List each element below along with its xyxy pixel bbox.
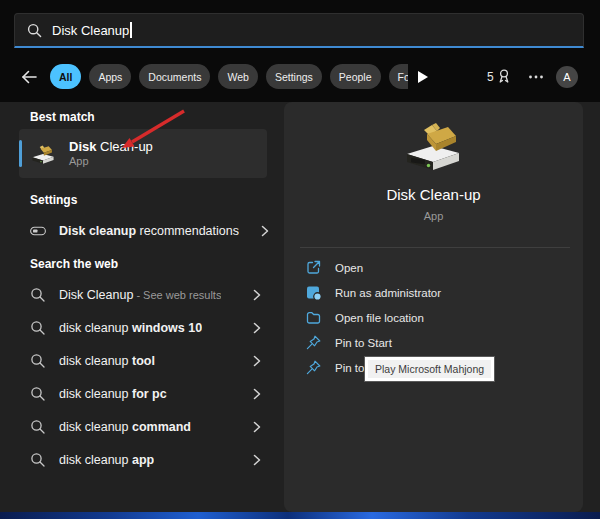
web-suggestion-label: disk cleanup tool <box>59 354 155 368</box>
web-suggestion-label: disk cleanup command <box>59 420 191 434</box>
settings-header: Settings <box>30 193 77 207</box>
best-match-title: Disk Clean-up <box>69 139 153 155</box>
search-the-web-header: Search the web <box>30 257 118 271</box>
action-pin-to-start[interactable]: Pin to Start <box>300 330 570 355</box>
search-suggestion-icon <box>30 320 46 336</box>
selection-accent-bar <box>19 140 22 167</box>
pin-icon <box>306 360 321 375</box>
action-run-as-administrator[interactable]: Run as administrator <box>300 280 570 305</box>
web-suggestion-row[interactable]: disk cleanup tool <box>19 346 269 376</box>
desktop-wallpaper-strip <box>0 512 600 519</box>
rewards-badge[interactable]: 5 <box>487 69 511 84</box>
divider <box>300 247 570 248</box>
chevron-right-icon <box>253 388 261 400</box>
search-icon <box>27 23 42 38</box>
web-suggestion-label: disk cleanup app <box>59 453 154 467</box>
filter-chip-all[interactable]: All <box>50 64 81 89</box>
back-button[interactable] <box>20 68 38 86</box>
web-suggestion-row[interactable]: disk cleanup command <box>19 412 269 442</box>
results-area: Best match Disk Clean-up App Settings <box>0 102 600 512</box>
tooltip-play-microsoft-mahjong: Play Microsoft Mahjong <box>364 356 495 382</box>
filter-chip-people[interactable]: People <box>330 64 381 89</box>
app-title: Disk Clean-up <box>284 186 583 203</box>
more-options-icon[interactable] <box>528 74 544 80</box>
open-icon <box>306 260 321 275</box>
result-detail-card: Disk Clean-up App Open <box>284 102 583 512</box>
rewards-count: 5 <box>487 70 494 84</box>
chevron-right-icon <box>253 355 261 367</box>
action-label: Open file location <box>335 312 424 324</box>
settings-result-label: Disk cleanup recommendations <box>59 224 239 238</box>
rewards-icon <box>497 69 511 84</box>
text-caret <box>130 22 132 38</box>
chevron-right-icon <box>253 421 261 433</box>
best-match-result[interactable]: Disk Clean-up App <box>19 129 267 178</box>
action-label: Run as administrator <box>335 287 441 299</box>
action-open[interactable]: Open <box>300 255 570 280</box>
web-suggestion-label: Disk Cleanup - See web results <box>59 288 221 302</box>
user-avatar[interactable]: A <box>556 66 578 88</box>
action-label: Pin to Start <box>335 337 392 349</box>
search-suggestion-icon <box>30 353 46 369</box>
web-suggestion-row[interactable]: disk cleanup for pc <box>19 379 269 409</box>
action-open-file-location[interactable]: Open file location <box>300 305 570 330</box>
pin-icon <box>306 335 321 350</box>
folder-icon <box>306 310 321 325</box>
search-header: Disk Cleanup All Apps Documents Web Sett… <box>0 0 600 102</box>
search-input[interactable]: Disk Cleanup <box>14 13 584 48</box>
filter-chips-container: All Apps Documents Web Settings People F… <box>50 64 408 91</box>
best-match-subtitle: App <box>69 155 153 168</box>
web-suggestion-row[interactable]: disk cleanup app <box>19 445 269 475</box>
storage-settings-icon <box>30 223 46 239</box>
search-suggestion-icon <box>30 452 46 468</box>
search-suggestion-icon <box>30 287 46 303</box>
search-suggestion-icon <box>30 419 46 435</box>
disk-cleanup-app-icon <box>30 143 56 165</box>
filter-chip-settings[interactable]: Settings <box>266 64 322 89</box>
chevron-right-icon <box>253 289 261 301</box>
search-suggestion-icon <box>30 386 46 402</box>
web-suggestion-row[interactable]: disk cleanup windows 10 <box>19 313 269 343</box>
chevron-right-icon <box>261 225 269 237</box>
run-as-administrator-icon <box>306 285 321 300</box>
chevron-right-icon <box>253 322 261 334</box>
search-query-text: Disk Cleanup <box>52 23 129 38</box>
web-suggestion-row[interactable]: Disk Cleanup - See web results <box>19 280 269 310</box>
filter-chip-web[interactable]: Web <box>218 64 257 89</box>
chevron-right-icon <box>253 454 261 466</box>
windows-search-panel: Disk Cleanup All Apps Documents Web Sett… <box>0 0 600 519</box>
filter-chip-folders[interactable]: Folders <box>389 64 408 89</box>
action-label: Open <box>335 262 363 274</box>
filter-chip-apps[interactable]: Apps <box>89 64 131 89</box>
web-suggestion-label: disk cleanup windows 10 <box>59 321 202 335</box>
chips-scroll-right-button[interactable] <box>417 70 429 84</box>
settings-result-disk-cleanup-recommendations[interactable]: Disk cleanup recommendations <box>19 216 277 246</box>
disk-cleanup-app-icon-large <box>401 120 465 172</box>
best-match-header: Best match <box>30 110 95 124</box>
web-suggestion-label: disk cleanup for pc <box>59 387 167 401</box>
app-subtitle: App <box>284 210 583 222</box>
filter-chip-documents[interactable]: Documents <box>139 64 210 89</box>
